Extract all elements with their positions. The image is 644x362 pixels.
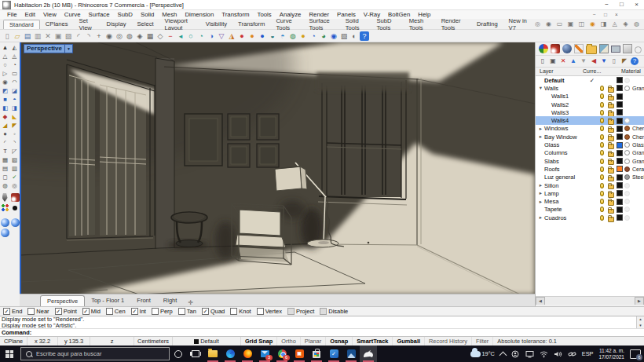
sidebar-tool-icon[interactable]: ◨	[10, 104, 19, 112]
layer-name[interactable]: Columns	[544, 149, 568, 156]
layer-color-swatch[interactable]	[617, 158, 623, 164]
layer-row[interactable]: Columns Grani	[536, 149, 644, 157]
material-column-header[interactable]: Material	[621, 68, 641, 74]
layer-visibility-bulb-icon[interactable]	[600, 150, 604, 155]
sidebar-tool-icon[interactable]: ◭	[10, 44, 19, 52]
layer-visibility-bulb-icon[interactable]	[600, 110, 604, 115]
toolbar-icon[interactable]: ◓	[278, 31, 287, 41]
maximize-button[interactable]: □	[614, 0, 629, 9]
osnap-checkbox[interactable]	[131, 308, 138, 315]
osnap-checkbox[interactable]	[230, 308, 237, 315]
layer-row[interactable]: Default ✓	[536, 76, 644, 84]
layer-visibility-bulb-icon[interactable]	[600, 134, 604, 140]
pdf-app-button[interactable]: ▣	[291, 346, 308, 362]
layer-name[interactable]: Sillon	[544, 182, 558, 189]
osnap-toggle[interactable]: Project	[287, 308, 314, 315]
toolbar-tab[interactable]: Transform	[232, 20, 270, 28]
layer-row[interactable]: Tapete	[536, 206, 644, 214]
layer-material-ball[interactable]	[624, 142, 630, 148]
vray-frame-buffer-icon[interactable]	[1, 229, 9, 237]
viewport-scene[interactable]	[20, 42, 535, 294]
layer-name[interactable]: Tapete	[544, 206, 562, 213]
layer-color-swatch[interactable]	[617, 150, 623, 156]
weather-widget[interactable]: 19°C	[470, 350, 495, 357]
layer-visibility-bulb-icon[interactable]	[600, 126, 604, 131]
layer-visibility-bulb-icon[interactable]	[600, 159, 604, 164]
command-history[interactable]: Display mode set to "Rendered". Display …	[0, 316, 644, 328]
layer-color-swatch[interactable]	[617, 207, 623, 213]
scroll-left-button[interactable]: ◀	[536, 297, 545, 305]
layer-tool-icon[interactable]: ▼	[580, 57, 587, 65]
osnap-toggle[interactable]: Quad	[202, 308, 225, 315]
layer-color-swatch[interactable]	[617, 182, 623, 188]
layer-tool-icon[interactable]: ◀	[590, 57, 598, 65]
osnap-toggle[interactable]: Disable	[320, 308, 348, 315]
sidebar-tool-icon[interactable]: ◻	[1, 174, 9, 181]
toolbar-corner-icon[interactable]: ◬	[610, 20, 619, 28]
osnap-toggle[interactable]: Vertex	[257, 308, 282, 315]
vray-interactive-icon[interactable]	[11, 218, 20, 227]
viewport-tab[interactable]: Right	[157, 295, 184, 306]
layer-row[interactable]: Walls3	[536, 108, 644, 116]
layer-expand-arrow[interactable]: ▸	[537, 133, 544, 140]
layer-color-swatch[interactable]	[617, 85, 623, 91]
status-cell[interactable]: Default	[173, 337, 241, 346]
layer-material-ball[interactable]	[624, 207, 630, 212]
status-cell[interactable]: x 32.2	[27, 337, 58, 346]
toolbar-corner-icon[interactable]: ◎	[533, 20, 542, 28]
materials-tab-icon[interactable]	[562, 44, 572, 53]
layer-expand-arrow[interactable]: ▸	[537, 190, 544, 196]
sidebar-tool-icon[interactable]: ◣	[10, 113, 19, 121]
toolbar-icon[interactable]: ▣	[53, 31, 63, 41]
sidebar-tool-icon[interactable]: ◤	[10, 122, 19, 130]
task-view-button[interactable]	[187, 346, 204, 362]
close-button[interactable]: ×	[629, 0, 644, 9]
toolbar-icon[interactable]: ◒	[268, 31, 277, 41]
osnap-toggle[interactable]: End	[3, 308, 22, 315]
toolbar-corner-icon[interactable]: ◍	[632, 20, 641, 28]
layer-name[interactable]: Walls3	[551, 109, 569, 116]
layer-visibility-bulb-icon[interactable]	[600, 215, 604, 221]
viewport-menu-chevron-icon[interactable]: ▼	[65, 44, 73, 53]
toolbar-icon[interactable]: ●	[247, 31, 257, 41]
layer-visibility-bulb-icon[interactable]	[600, 207, 604, 212]
layer-material-ball[interactable]	[624, 174, 630, 180]
toolbar-icon[interactable]: ▦	[145, 31, 155, 41]
sidebar-tool-icon[interactable]: ◓	[10, 96, 19, 104]
layer-current-check[interactable]: ✓	[587, 77, 597, 84]
osnap-checkbox[interactable]	[287, 308, 295, 315]
layer-row[interactable]: Roofs Cerar	[536, 165, 644, 173]
layer-expand-arrow[interactable]: ▸	[537, 199, 544, 205]
toolbar-icon[interactable]: ●	[298, 31, 308, 41]
layer-row[interactable]: ▸ Lamp	[536, 189, 644, 197]
osnap-toggle[interactable]: Near	[27, 308, 49, 315]
layer-color-swatch[interactable]	[617, 214, 623, 221]
layer-row[interactable]: Walls2	[536, 101, 644, 108]
sidebar-tool-icon[interactable]: ◸	[10, 148, 19, 155]
command-history-scrollbar[interactable]: ▲▼	[636, 316, 644, 329]
sidebar-tool-icon[interactable]: ◉	[1, 79, 9, 86]
minimize-button[interactable]: −	[599, 0, 614, 9]
layer-row[interactable]: ▸ Bay Window Cherr	[536, 133, 644, 141]
layer-material-ball[interactable]	[624, 86, 630, 91]
toolbar-icon[interactable]: ○	[186, 31, 196, 41]
color-grid-icon[interactable]	[1, 203, 9, 212]
layer-row[interactable]: Glass Glass	[536, 141, 644, 148]
osnap-checkbox[interactable]	[82, 308, 90, 315]
taskbar-search-input[interactable]: Escribe aquí para buscar	[20, 347, 170, 360]
layer-row[interactable]: ▾ Walls Grani	[536, 84, 644, 92]
layer-name[interactable]: Walls1	[551, 93, 569, 100]
layer-color-swatch[interactable]	[617, 118, 623, 124]
layer-visibility-bulb-icon[interactable]	[600, 102, 604, 108]
toolbar-icon[interactable]: ◇	[156, 31, 165, 41]
cortana-button[interactable]	[170, 346, 187, 362]
firefox-button[interactable]	[239, 346, 256, 362]
toolbar-icon[interactable]: ▽	[217, 31, 226, 41]
toolbar-icon[interactable]: ●	[237, 31, 247, 41]
toolbar-corner-icon[interactable]: ▭	[555, 20, 564, 28]
layer-row[interactable]: ▸ Sillon	[536, 181, 644, 189]
layer-visibility-bulb-icon[interactable]	[600, 166, 604, 172]
layer-color-swatch[interactable]	[617, 77, 623, 83]
layer-material-ball[interactable]	[624, 118, 630, 123]
sidebar-tool-icon[interactable]: ◠	[10, 79, 19, 86]
